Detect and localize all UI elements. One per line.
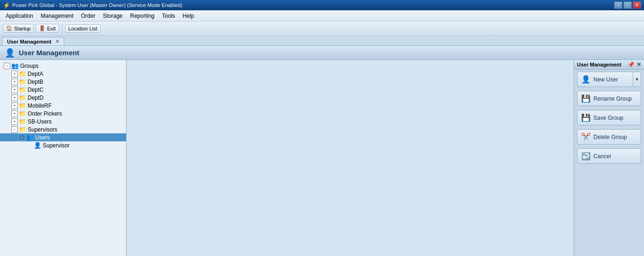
menu-reporting[interactable]: Reporting bbox=[126, 11, 158, 21]
mobileRF-icon: 📁 bbox=[19, 102, 26, 109]
tree-item-supervisors[interactable]: − 📁 Supervisors bbox=[0, 125, 126, 133]
save-group-button[interactable]: 💾 Save Group bbox=[577, 110, 641, 125]
deptD-expander[interactable]: + bbox=[11, 95, 18, 101]
delete-group-label: Delete Group bbox=[593, 134, 627, 140]
rename-group-button[interactable]: 💾 Rename Group bbox=[577, 91, 641, 106]
restore-button[interactable]: □ bbox=[623, 1, 632, 9]
deptD-icon: 📁 bbox=[19, 94, 26, 101]
save-group-icon: 💾 bbox=[581, 113, 591, 122]
supervisors-icon: 📁 bbox=[19, 126, 26, 133]
content-header: 👤 User Management bbox=[0, 46, 644, 60]
save-group-label: Save Group bbox=[593, 115, 623, 121]
toolbar-separator bbox=[62, 24, 62, 33]
menu-tools[interactable]: Tools bbox=[158, 11, 179, 21]
menu-order[interactable]: Order bbox=[77, 11, 99, 21]
users-icon: 👥 bbox=[26, 134, 34, 141]
tree-item-supervisor[interactable]: 👤 Supervisor bbox=[0, 141, 126, 149]
mobileRF-expander[interactable]: + bbox=[11, 102, 18, 109]
page-title: User Management bbox=[19, 49, 79, 57]
groups-label: Groups bbox=[20, 63, 38, 69]
supervisor-expander-spacer bbox=[26, 142, 33, 149]
deptB-expander[interactable]: + bbox=[11, 79, 18, 85]
main-content: 👤 User Management − 👥 Groups + 📁 DeptA +… bbox=[0, 46, 644, 256]
panel-close-icon[interactable]: ✕ bbox=[637, 61, 641, 68]
delete-group-icon: ✂️ bbox=[581, 132, 591, 141]
cancel-icon: ↩️ bbox=[581, 152, 591, 161]
supervisor-icon: 👤 bbox=[34, 142, 41, 149]
content-body: − 👥 Groups + 📁 DeptA + 📁 DeptB + 📁 DeptC bbox=[0, 60, 644, 256]
tree-item-deptD[interactable]: + 📁 DeptD bbox=[0, 94, 126, 102]
menu-management[interactable]: Management bbox=[37, 11, 77, 21]
tree-item-deptB[interactable]: + 📁 DeptB bbox=[0, 78, 126, 86]
tab-close-icon[interactable]: ✕ bbox=[55, 39, 59, 44]
tab-user-management-label: User Management bbox=[7, 39, 52, 44]
deptC-icon: 📁 bbox=[19, 86, 26, 93]
exit-label: Exit bbox=[47, 26, 55, 31]
supervisors-label: Supervisors bbox=[28, 126, 57, 133]
title-bar-left: ⚡ Power Pick Global - System User (Maste… bbox=[3, 2, 182, 9]
minimize-button[interactable]: – bbox=[614, 1, 622, 9]
title-bar: ⚡ Power Pick Global - System User (Maste… bbox=[0, 0, 644, 10]
window-title: Power Pick Global - System User (Master … bbox=[12, 2, 182, 8]
new-user-btn-icon: 👤 bbox=[581, 75, 591, 84]
rename-group-label: Rename Group bbox=[593, 95, 632, 102]
deptB-icon: 📁 bbox=[19, 78, 26, 85]
tree-item-deptC[interactable]: + 📁 DeptC bbox=[0, 86, 126, 94]
startup-button[interactable]: 🏠 Startup bbox=[3, 24, 34, 33]
cancel-label: Cancel bbox=[593, 153, 611, 160]
tree-panel: − 👥 Groups + 📁 DeptA + 📁 DeptB + 📁 DeptC bbox=[0, 60, 127, 256]
new-user-dropdown-arrow[interactable]: ▼ bbox=[633, 72, 641, 87]
groups-icon: 👥 bbox=[11, 62, 19, 69]
right-panel-header: User Management 📌 ✕ bbox=[574, 60, 644, 70]
panel-pin-icon[interactable]: 📌 bbox=[628, 61, 635, 68]
toolbar: 🏠 Startup 🚪 Exit Location List bbox=[0, 22, 644, 36]
sbUsers-expander[interactable]: + bbox=[11, 118, 18, 125]
right-panel: User Management 📌 ✕ 👤 New User ▼ 💾 Renam… bbox=[574, 60, 644, 256]
new-user-row: 👤 New User ▼ bbox=[577, 72, 641, 87]
app-icon: ⚡ bbox=[3, 2, 10, 9]
tree-item-sbUsers[interactable]: + 📁 SB-Users bbox=[0, 117, 126, 125]
deptA-icon: 📁 bbox=[19, 70, 26, 77]
center-panel bbox=[127, 60, 574, 256]
tree-item-orderPickers[interactable]: + 📁 Order Pickers bbox=[0, 110, 126, 117]
exit-button[interactable]: 🚪 Exit bbox=[36, 24, 59, 33]
orderPickers-icon: 📁 bbox=[19, 110, 26, 117]
close-button[interactable]: ✕ bbox=[633, 1, 641, 9]
title-bar-controls: – □ ✕ bbox=[614, 1, 641, 9]
rename-group-icon: 💾 bbox=[581, 94, 591, 103]
menu-bar: Application Management Order Storage Rep… bbox=[0, 10, 644, 22]
user-management-icon: 👤 bbox=[5, 48, 15, 58]
users-label: Users bbox=[35, 134, 50, 141]
mobileRF-label: MobileRF bbox=[28, 102, 52, 109]
new-user-button[interactable]: 👤 New User bbox=[577, 72, 633, 87]
delete-group-button[interactable]: ✂️ Delete Group bbox=[577, 129, 641, 145]
deptA-label: DeptA bbox=[28, 71, 43, 77]
supervisor-label: Supervisor bbox=[43, 142, 69, 149]
deptA-expander[interactable]: + bbox=[11, 71, 18, 77]
sbUsers-icon: 📁 bbox=[19, 118, 26, 125]
tree-item-mobileRF[interactable]: + 📁 MobileRF bbox=[0, 102, 126, 110]
location-list-label: Location List bbox=[68, 26, 97, 31]
cancel-button[interactable]: ↩️ Cancel bbox=[577, 148, 641, 164]
menu-storage[interactable]: Storage bbox=[99, 11, 126, 21]
deptC-expander[interactable]: + bbox=[11, 87, 18, 93]
location-list-button[interactable]: Location List bbox=[65, 24, 101, 33]
tree-item-users[interactable]: − 👥 Users bbox=[0, 133, 126, 141]
tab-user-management[interactable]: User Management ✕ bbox=[2, 37, 64, 45]
menu-help[interactable]: Help bbox=[179, 11, 198, 21]
sbUsers-label: SB-Users bbox=[28, 118, 52, 125]
tree-root-groups[interactable]: − 👥 Groups bbox=[0, 62, 126, 70]
users-expander[interactable]: − bbox=[19, 134, 25, 141]
groups-expander[interactable]: − bbox=[4, 63, 10, 69]
menu-application[interactable]: Application bbox=[2, 11, 37, 21]
deptD-label: DeptD bbox=[28, 95, 44, 101]
supervisors-expander[interactable]: − bbox=[11, 126, 18, 133]
tab-bar: User Management ✕ bbox=[0, 36, 644, 46]
tree-item-deptA[interactable]: + 📁 DeptA bbox=[0, 70, 126, 78]
new-user-label: New User bbox=[593, 76, 618, 83]
deptC-label: DeptC bbox=[28, 87, 44, 93]
orderPickers-expander[interactable]: + bbox=[11, 110, 18, 117]
orderPickers-label: Order Pickers bbox=[28, 110, 62, 117]
startup-icon: 🏠 bbox=[6, 25, 13, 31]
panel-header-icons: 📌 ✕ bbox=[628, 61, 641, 68]
